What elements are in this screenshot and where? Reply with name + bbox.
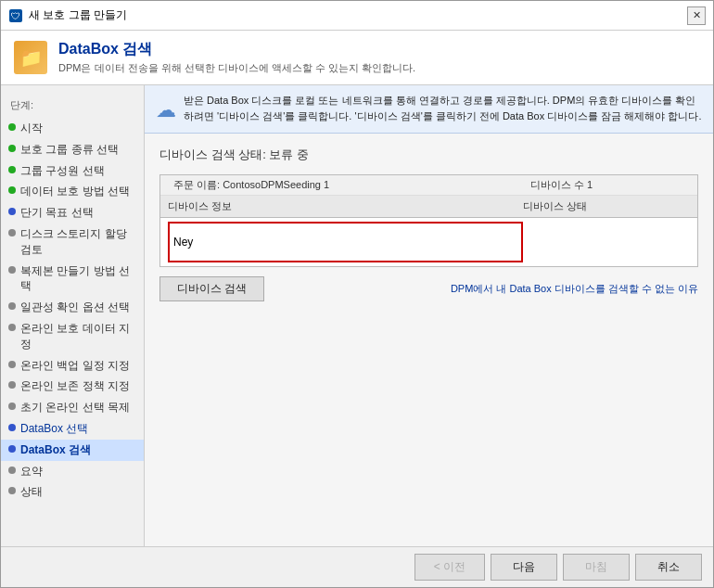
sidebar-item-label: 복제본 만들기 방법 선택 xyxy=(20,263,136,295)
info-banner: ☁ 받은 Data Box 디스크를 로컬 또는 네트워크를 통해 연결하고 경… xyxy=(145,85,713,134)
sidebar-item-summary[interactable]: 요약 xyxy=(1,461,144,482)
device-table: 주문 이름: ContosoDPMSeeding 1 디바이스 수 1 디바이스… xyxy=(159,174,698,267)
device-path-input[interactable] xyxy=(173,236,517,249)
sidebar-item-label: 요약 xyxy=(20,464,43,479)
sidebar-item-replica-method[interactable]: 복제본 만들기 방법 선택 xyxy=(1,261,144,298)
sidebar-item-databox-select[interactable]: DataBox 선택 xyxy=(1,418,144,440)
dot-gray-icon xyxy=(8,381,16,389)
sidebar-item-label: 데이터 보호 방법 선택 xyxy=(20,184,130,199)
content-area: ☁ 받은 Data Box 디스크를 로컬 또는 네트워크를 통해 연결하고 경… xyxy=(145,85,713,546)
sidebar-step-label: 단계: xyxy=(1,95,144,118)
sidebar-item-label: 온라인 보존 정책 지정 xyxy=(20,378,130,394)
finish-button[interactable]: 마침 xyxy=(563,554,630,581)
window-title: 새 보호 그룹 만들기 xyxy=(29,7,127,23)
sidebar-item-label: 온라인 보호 데이터 지정 xyxy=(20,321,136,352)
help-link[interactable]: DPM에서 내 Data Box 디바이스를 검색할 수 없는 이유 xyxy=(451,282,698,296)
sidebar-item-disk-storage[interactable]: 디스크 스토리지 할당 검토 xyxy=(1,224,144,261)
sidebar-item-label: 그룹 구성원 선택 xyxy=(20,163,105,179)
dot-gray-icon xyxy=(8,266,16,274)
header-text: DataBox 검색 DPM은 데이터 전송을 위해 선택한 디바이스에 액세스… xyxy=(58,40,415,75)
col1-header: 디바이스 정보 xyxy=(168,199,523,213)
sidebar-item-data-protection[interactable]: 데이터 보호 방법 선택 xyxy=(1,181,144,202)
svg-text:🛡: 🛡 xyxy=(11,11,20,21)
sidebar-item-label: 상태 xyxy=(20,484,43,500)
info-banner-text: 받은 Data Box 디스크를 로컬 또는 네트워크를 통해 연결하고 경로를… xyxy=(184,93,702,123)
header-section: 📁 DataBox 검색 DPM은 데이터 전송을 위해 선택한 디바이스에 액… xyxy=(1,31,713,85)
dot-gray-icon xyxy=(8,302,16,310)
col2-header: 디바이스 상태 xyxy=(523,199,690,213)
dot-green-icon xyxy=(8,166,16,173)
dot-gray-icon xyxy=(8,487,16,494)
header-title: DataBox 검색 xyxy=(58,40,415,59)
dot-green-icon xyxy=(8,186,16,194)
sidebar-item-group-members[interactable]: 그룹 구성원 선택 xyxy=(1,160,144,182)
sidebar: 단계: 시작 보호 그룹 종류 선택 그룹 구성원 선택 데이터 보호 방법 선… xyxy=(1,85,145,546)
sidebar-item-status[interactable]: 상태 xyxy=(1,481,144,503)
device-row xyxy=(160,218,697,266)
device-count: 디바이스 수 1 xyxy=(523,178,690,192)
dot-gray-icon xyxy=(8,324,16,331)
sidebar-item-online-policy[interactable]: 온라인 보존 정책 지정 xyxy=(1,376,144,397)
dot-blue-icon xyxy=(8,445,16,453)
device-table-header: 디바이스 정보 디바이스 상태 xyxy=(160,196,697,218)
sidebar-item-label: 초기 온라인 선택 목제 xyxy=(20,400,130,415)
header-subtitle: DPM은 데이터 전송을 위해 선택한 디바이스에 액세스할 수 있는지 확인합… xyxy=(58,61,415,75)
dot-gray-icon xyxy=(8,361,16,368)
sidebar-item-databox-search[interactable]: DataBox 검색 xyxy=(1,440,144,461)
close-button[interactable]: ✕ xyxy=(687,6,706,25)
device-input-cell[interactable] xyxy=(168,222,523,262)
dot-blue-icon xyxy=(8,208,16,215)
sidebar-item-label: DataBox 검색 xyxy=(20,442,91,458)
cloud-icon: ☁ xyxy=(156,95,176,125)
action-row: 디바이스 검색 DPM에서 내 Data Box 디바이스를 검색할 수 없는 … xyxy=(159,276,698,301)
shield-icon: 🛡 xyxy=(8,8,23,23)
sidebar-item-online-data[interactable]: 온라인 보호 데이터 지정 xyxy=(1,318,144,355)
job-name-value: 주문 이름: ContosoDPMSeeding 1 xyxy=(173,178,523,192)
sidebar-item-start[interactable]: 시작 xyxy=(1,118,144,139)
main-content: 단계: 시작 보호 그룹 종류 선택 그룹 구성원 선택 데이터 보호 방법 선… xyxy=(1,85,713,546)
sidebar-item-short-term[interactable]: 단기 목표 선택 xyxy=(1,202,144,224)
sidebar-item-online-schedule[interactable]: 온라인 백업 일정 지정 xyxy=(1,355,144,377)
sidebar-item-label: 단기 목표 선택 xyxy=(20,205,94,221)
title-bar-left: 🛡 새 보호 그룹 만들기 xyxy=(8,7,127,23)
main-window: 🛡 새 보호 그룹 만들기 ✕ 📁 DataBox 검색 DPM은 데이터 전송… xyxy=(0,0,714,588)
dot-gray-icon xyxy=(8,467,16,474)
content-inner: 디바이스 검색 상태: 보류 중 주문 이름: ContosoDPMSeedin… xyxy=(145,134,713,546)
dot-green-icon xyxy=(8,145,16,152)
sidebar-item-label: DataBox 선택 xyxy=(20,421,88,437)
device-search-button[interactable]: 디바이스 검색 xyxy=(159,276,264,301)
dot-blue-icon xyxy=(8,424,16,431)
dot-green-icon xyxy=(8,123,16,131)
device-status-cell xyxy=(530,218,697,266)
sidebar-item-label: 시작 xyxy=(20,121,43,136)
status-text: 디바이스 검색 상태: 보류 중 xyxy=(159,147,698,163)
header-folder-icon: 📁 xyxy=(14,41,47,74)
next-button[interactable]: 다음 xyxy=(491,554,557,581)
sidebar-item-label: 디스크 스토리지 할당 검토 xyxy=(20,226,136,258)
sidebar-item-label: 보호 그룹 종류 선택 xyxy=(20,142,119,158)
sidebar-item-consistency[interactable]: 일관성 확인 옵션 선택 xyxy=(1,297,144,318)
dot-gray-icon xyxy=(8,229,16,236)
sidebar-item-protection-type[interactable]: 보호 그룹 종류 선택 xyxy=(1,139,144,160)
sidebar-item-initial-online[interactable]: 초기 온라인 선택 목제 xyxy=(1,397,144,418)
footer-bar: < 이전 다음 마침 취소 xyxy=(1,546,713,587)
dot-gray-icon xyxy=(8,403,16,410)
cancel-button[interactable]: 취소 xyxy=(635,554,702,581)
prev-button[interactable]: < 이전 xyxy=(414,554,485,581)
job-name-row: 주문 이름: ContosoDPMSeeding 1 디바이스 수 1 xyxy=(160,175,697,196)
sidebar-item-label: 온라인 백업 일정 지정 xyxy=(20,358,130,374)
title-bar: 🛡 새 보호 그룹 만들기 ✕ xyxy=(1,1,713,31)
sidebar-item-label: 일관성 확인 옵션 선택 xyxy=(20,300,130,315)
